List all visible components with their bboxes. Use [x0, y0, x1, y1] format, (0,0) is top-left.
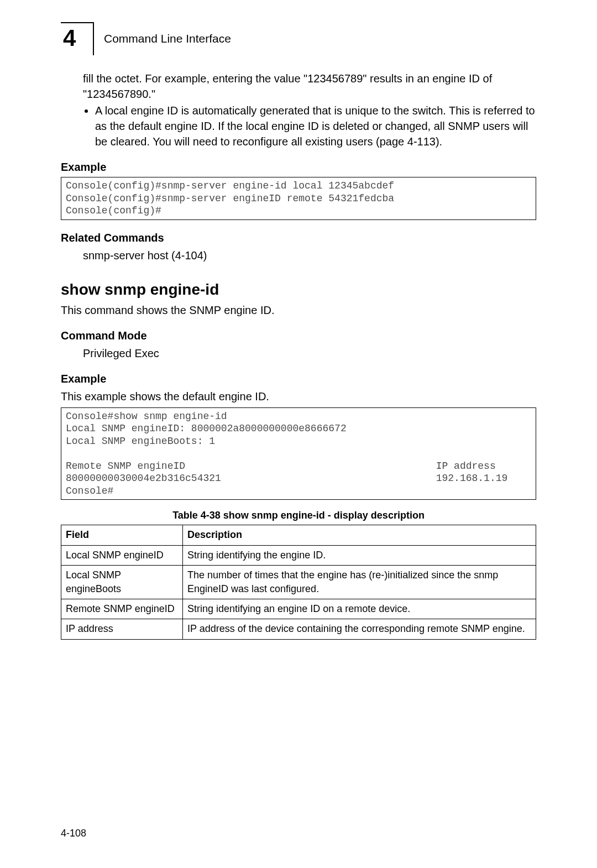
related-heading: Related Commands: [61, 230, 536, 245]
cell-desc: The number of times that the engine has …: [183, 565, 536, 599]
table-row: Local SNMP engineBoots The number of tim…: [61, 565, 536, 599]
mode-text: Privileged Exec: [83, 346, 536, 361]
bullet-item: A local engine ID is automatically gener…: [95, 103, 536, 149]
example2-intro: This example shows the default engine ID…: [61, 389, 536, 404]
command-description: This command shows the SNMP engine ID.: [61, 302, 536, 318]
cell-field: Remote SNMP engineID: [61, 599, 183, 619]
chapter-badge: 4: [61, 22, 94, 55]
related-text: snmp-server host (4-104): [83, 248, 536, 263]
page-number: 4-108: [61, 827, 86, 840]
table-row: IP address IP address of the device cont…: [61, 619, 536, 639]
description-table: Field Description Local SNMP engineID St…: [61, 525, 536, 639]
page-title: Command Line Interface: [104, 30, 231, 46]
cell-desc: IP address of the device containing the …: [183, 619, 536, 639]
cell-field: Local SNMP engineBoots: [61, 565, 183, 599]
table-row: Local SNMP engineID String identifying t…: [61, 545, 536, 565]
bullet-list: A local engine ID is automatically gener…: [95, 103, 536, 149]
top-paragraph: fill the octet. For example, entering th…: [83, 71, 536, 102]
table-header-row: Field Description: [61, 525, 536, 545]
chapter-number: 4: [61, 23, 76, 50]
example-heading: Example: [61, 159, 536, 175]
cell-desc: String identifying an engine ID on a rem…: [183, 599, 536, 619]
example2-heading: Example: [61, 371, 536, 386]
th-field: Field: [61, 525, 183, 545]
cell-field: Local SNMP engineID: [61, 545, 183, 565]
th-desc: Description: [183, 525, 536, 545]
mode-heading: Command Mode: [61, 328, 536, 343]
cell-field: IP address: [61, 619, 183, 639]
code-block-2: Console#show snmp engine-id Local SNMP e…: [61, 407, 536, 500]
page-header: 4 Command Line Interface: [61, 22, 536, 55]
cell-desc: String identifying the engine ID.: [183, 545, 536, 565]
code-block-1: Console(config)#snmp-server engine-id lo…: [61, 177, 536, 220]
command-heading: show snmp engine-id: [61, 279, 536, 300]
table-caption: Table 4-38 show snmp engine-id - display…: [61, 509, 536, 522]
table-row: Remote SNMP engineID String identifying …: [61, 599, 536, 619]
